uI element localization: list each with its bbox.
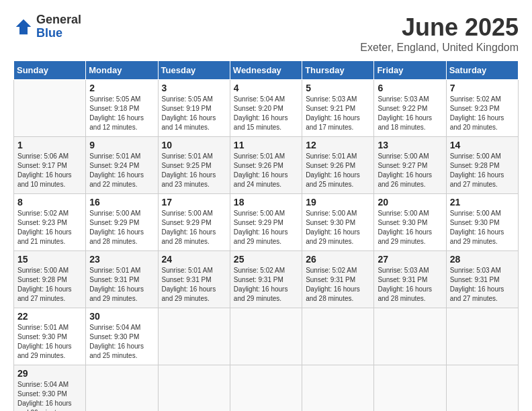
day-number: 7 xyxy=(450,83,515,93)
day-number: 16 xyxy=(89,197,154,208)
calendar-row: 15Sunrise: 5:00 AMSunset: 9:28 PMDayligh… xyxy=(14,251,519,308)
table-row xyxy=(230,308,302,365)
table-row: 30Sunrise: 5:04 AMSunset: 9:30 PMDayligh… xyxy=(86,308,158,365)
table-row xyxy=(374,308,446,365)
table-row: 25Sunrise: 5:02 AMSunset: 9:31 PMDayligh… xyxy=(230,251,302,308)
day-number: 9 xyxy=(89,140,154,150)
table-row: 2Sunrise: 5:05 AMSunset: 9:18 PMDaylight… xyxy=(86,80,158,137)
day-info: Sunrise: 5:02 AMSunset: 9:31 PMDaylight:… xyxy=(234,266,298,304)
table-row: 26Sunrise: 5:02 AMSunset: 9:31 PMDayligh… xyxy=(302,251,374,308)
logo-blue: Blue xyxy=(36,27,81,40)
table-row: 4Sunrise: 5:04 AMSunset: 9:20 PMDaylight… xyxy=(230,80,302,137)
day-number: 22 xyxy=(17,311,82,322)
header-thursday: Thursday xyxy=(302,61,374,80)
day-number: 28 xyxy=(450,254,515,265)
table-row: 21Sunrise: 5:00 AMSunset: 9:30 PMDayligh… xyxy=(446,194,518,251)
day-info: Sunrise: 5:01 AMSunset: 9:31 PMDaylight:… xyxy=(162,266,226,304)
table-row: 7Sunrise: 5:02 AMSunset: 9:23 PMDaylight… xyxy=(446,80,518,137)
svg-marker-0 xyxy=(16,19,32,35)
day-number: 26 xyxy=(306,254,370,265)
calendar-row: 2Sunrise: 5:05 AMSunset: 9:18 PMDaylight… xyxy=(14,80,519,137)
day-number: 19 xyxy=(306,197,370,208)
table-row: 23Sunrise: 5:01 AMSunset: 9:31 PMDayligh… xyxy=(86,251,158,308)
day-number: 14 xyxy=(450,140,515,150)
table-row xyxy=(374,365,446,412)
day-info: Sunrise: 5:00 AMSunset: 9:30 PMDaylight:… xyxy=(378,209,442,246)
day-info: Sunrise: 5:01 AMSunset: 9:24 PMDaylight:… xyxy=(89,152,154,189)
table-row xyxy=(446,308,518,365)
table-row: 10Sunrise: 5:01 AMSunset: 9:25 PMDayligh… xyxy=(158,137,230,194)
calendar-table: Sunday Monday Tuesday Wednesday Thursday… xyxy=(13,60,519,411)
day-number: 30 xyxy=(89,311,154,322)
table-row xyxy=(302,365,374,412)
day-info: Sunrise: 5:02 AMSunset: 9:31 PMDaylight:… xyxy=(306,266,370,304)
day-info: Sunrise: 5:04 AMSunset: 9:20 PMDaylight:… xyxy=(234,95,298,132)
table-row: 1Sunrise: 5:06 AMSunset: 9:17 PMDaylight… xyxy=(14,137,86,194)
day-number: 24 xyxy=(162,254,226,265)
day-number: 25 xyxy=(234,254,298,265)
table-row: 5Sunrise: 5:03 AMSunset: 9:21 PMDaylight… xyxy=(302,80,374,137)
table-row: 22Sunrise: 5:01 AMSunset: 9:30 PMDayligh… xyxy=(14,308,86,365)
day-info: Sunrise: 5:05 AMSunset: 9:19 PMDaylight:… xyxy=(162,95,226,132)
day-number: 8 xyxy=(17,197,82,208)
table-row xyxy=(446,365,518,412)
day-number: 18 xyxy=(234,197,298,208)
table-row: 28Sunrise: 5:03 AMSunset: 9:31 PMDayligh… xyxy=(446,251,518,308)
table-row: 6Sunrise: 5:03 AMSunset: 9:22 PMDaylight… xyxy=(374,80,446,137)
day-number: 17 xyxy=(162,197,226,208)
table-row: 8Sunrise: 5:02 AMSunset: 9:23 PMDaylight… xyxy=(14,194,86,251)
logo-text: General Blue xyxy=(36,13,81,40)
day-number: 12 xyxy=(306,140,370,150)
day-number: 10 xyxy=(162,140,226,150)
day-number: 6 xyxy=(378,83,442,93)
day-number: 4 xyxy=(234,83,298,93)
day-info: Sunrise: 5:03 AMSunset: 9:22 PMDaylight:… xyxy=(378,95,442,132)
table-row: 13Sunrise: 5:00 AMSunset: 9:27 PMDayligh… xyxy=(374,137,446,194)
table-row xyxy=(158,365,230,412)
table-row: 19Sunrise: 5:00 AMSunset: 9:30 PMDayligh… xyxy=(302,194,374,251)
day-number: 20 xyxy=(378,197,442,208)
day-number: 11 xyxy=(234,140,298,150)
header-sunday: Sunday xyxy=(14,61,86,80)
table-row xyxy=(86,365,158,412)
day-number: 29 xyxy=(17,368,82,379)
header-friday: Friday xyxy=(374,61,446,80)
location: Exeter, England, United Kingdom xyxy=(360,42,519,54)
day-info: Sunrise: 5:00 AMSunset: 9:28 PMDaylight:… xyxy=(17,266,82,304)
logo-general: General xyxy=(36,13,81,27)
logo: General Blue xyxy=(13,13,81,40)
day-info: Sunrise: 5:00 AMSunset: 9:27 PMDaylight:… xyxy=(378,152,442,189)
calendar-row: 22Sunrise: 5:01 AMSunset: 9:30 PMDayligh… xyxy=(14,308,519,365)
day-number: 1 xyxy=(17,140,82,150)
day-number: 23 xyxy=(89,254,154,265)
table-row: 14Sunrise: 5:00 AMSunset: 9:28 PMDayligh… xyxy=(446,137,518,194)
calendar-row: 1Sunrise: 5:06 AMSunset: 9:17 PMDaylight… xyxy=(14,137,519,194)
day-info: Sunrise: 5:01 AMSunset: 9:26 PMDaylight:… xyxy=(234,152,298,189)
table-row: 18Sunrise: 5:00 AMSunset: 9:29 PMDayligh… xyxy=(230,194,302,251)
calendar-body: 2Sunrise: 5:05 AMSunset: 9:18 PMDaylight… xyxy=(14,80,519,412)
day-number: 2 xyxy=(89,83,154,93)
calendar-row: 29Sunrise: 5:04 AMSunset: 9:30 PMDayligh… xyxy=(14,365,519,412)
day-number: 5 xyxy=(306,83,370,93)
day-info: Sunrise: 5:03 AMSunset: 9:31 PMDaylight:… xyxy=(378,266,442,304)
day-info: Sunrise: 5:01 AMSunset: 9:25 PMDaylight:… xyxy=(162,152,226,189)
page-header: General Blue June 2025 Exeter, England, … xyxy=(13,13,519,54)
table-row xyxy=(302,308,374,365)
day-number: 21 xyxy=(450,197,515,208)
table-row xyxy=(158,308,230,365)
title-section: June 2025 Exeter, England, United Kingdo… xyxy=(360,13,519,54)
day-info: Sunrise: 5:03 AMSunset: 9:31 PMDaylight:… xyxy=(450,266,515,304)
day-info: Sunrise: 5:02 AMSunset: 9:23 PMDaylight:… xyxy=(17,209,82,246)
table-row: 29Sunrise: 5:04 AMSunset: 9:30 PMDayligh… xyxy=(14,365,86,412)
day-number: 3 xyxy=(162,83,226,93)
day-info: Sunrise: 5:00 AMSunset: 9:30 PMDaylight:… xyxy=(450,209,515,246)
header-wednesday: Wednesday xyxy=(230,61,302,80)
table-row: 24Sunrise: 5:01 AMSunset: 9:31 PMDayligh… xyxy=(158,251,230,308)
header-saturday: Saturday xyxy=(446,61,518,80)
table-row: 3Sunrise: 5:05 AMSunset: 9:19 PMDaylight… xyxy=(158,80,230,137)
table-row: 17Sunrise: 5:00 AMSunset: 9:29 PMDayligh… xyxy=(158,194,230,251)
table-row: 27Sunrise: 5:03 AMSunset: 9:31 PMDayligh… xyxy=(374,251,446,308)
day-info: Sunrise: 5:00 AMSunset: 9:29 PMDaylight:… xyxy=(89,209,154,246)
day-number: 15 xyxy=(17,254,82,265)
day-info: Sunrise: 5:00 AMSunset: 9:29 PMDaylight:… xyxy=(162,209,226,246)
